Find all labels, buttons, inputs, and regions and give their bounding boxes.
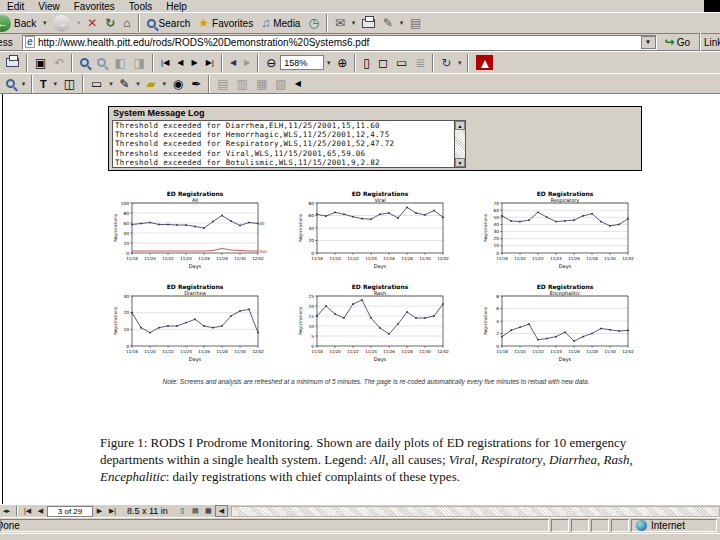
rotate-button[interactable]: ↻ (437, 53, 455, 73)
mail-dropdown[interactable]: ▾ (349, 13, 358, 33)
single-page-layout-button[interactable]: ▯ (176, 505, 189, 517)
actual-size-button[interactable]: ▯ (359, 53, 374, 73)
highlighter-tool-button[interactable]: ▰ (142, 74, 159, 94)
menu-edit[interactable]: Edit (0, 1, 31, 12)
print-button[interactable] (358, 13, 379, 33)
links-label[interactable]: Links (704, 37, 720, 48)
address-dropdown[interactable]: ▾ (641, 36, 656, 49)
menu-help[interactable]: Help (159, 1, 194, 12)
last-page-button[interactable]: ▶| (202, 53, 218, 73)
favorites-button[interactable]: ★ Favorites (194, 13, 257, 33)
reflow-button[interactable]: ≣ (411, 53, 429, 73)
toolbar-separator (16, 506, 18, 516)
status-prev-page-button[interactable]: ◀ (34, 505, 47, 517)
page-indicator[interactable]: 3 of 29 (47, 506, 93, 517)
note-tool-dropdown[interactable]: ▾ (106, 74, 115, 94)
svg-text:70: 70 (494, 201, 500, 206)
previous-view-button[interactable]: ◀ (226, 53, 240, 73)
home-button[interactable]: ⌂ (119, 13, 134, 33)
zoom-out-button[interactable]: ⊖ (262, 53, 280, 73)
status-cell (591, 519, 609, 532)
go-button[interactable]: ↪ Go (659, 32, 696, 52)
prev-page-button[interactable]: ◀ (173, 53, 187, 73)
edit-dropdown[interactable]: ▾ (397, 13, 406, 33)
svg-text:11/22: 11/22 (162, 349, 174, 354)
text-select-dropdown[interactable]: ▾ (51, 74, 60, 94)
page-icon (25, 36, 35, 48)
bookmarks-panel-button[interactable]: ▤ (213, 74, 232, 94)
stop-button[interactable]: ✕ (83, 13, 101, 33)
edit-button[interactable]: ✎ (379, 13, 397, 33)
svg-text:11/22: 11/22 (347, 256, 359, 261)
collapse-toolbar-button[interactable]: ◀ (291, 74, 305, 94)
splitter-button[interactable]: ◂▸ (0, 505, 13, 517)
pdf-snapshot-button[interactable]: ▣ (31, 53, 50, 73)
status-last-page-button[interactable]: ▶| (106, 505, 119, 517)
menu-favorites[interactable]: Favorites (67, 1, 122, 12)
bookmarks-panel-icon: ▤ (217, 78, 228, 90)
text-select-button[interactable]: T (36, 74, 51, 94)
discuss-button[interactable]: ▤ (406, 13, 425, 33)
forward-dropdown[interactable]: ▾ (74, 13, 83, 33)
horizontal-scrollbar[interactable] (231, 506, 720, 517)
back-button[interactable]: ← Back (0, 13, 40, 33)
figure-caption: Figure 1: RODS I Prodrome Monitoring. Sh… (100, 434, 640, 485)
toolbar-separator (467, 54, 469, 72)
pdf-undo-button[interactable]: ↶ (50, 53, 68, 73)
facing-layout-button[interactable]: ▦ (202, 505, 215, 517)
svg-text:Days: Days (374, 263, 387, 270)
pdf-next-highlight-button[interactable]: ◨ (130, 53, 149, 73)
edit-icon: ✎ (383, 17, 393, 29)
zoom-tool-button[interactable] (2, 74, 19, 94)
comments-panel-button[interactable]: ▦ (252, 74, 271, 94)
snapshot-tool-button[interactable]: ◫ (60, 74, 79, 94)
next-view-button[interactable]: ▶ (240, 53, 254, 73)
acrobat-logo-button[interactable] (472, 53, 497, 73)
svg-text:Days: Days (559, 356, 572, 363)
status-next-page-button[interactable]: ▶ (93, 505, 106, 517)
next-page-button[interactable]: ▶ (187, 53, 201, 73)
status-text: Done (1, 520, 20, 531)
address-field[interactable]: http://www.health.pitt.edu/rods/RODS%20D… (22, 35, 657, 50)
fit-page-button[interactable]: ◻ (374, 53, 392, 73)
stop-icon: ✕ (87, 17, 97, 29)
pdf-find-again-button[interactable] (93, 53, 110, 73)
svg-text:11/24: 11/24 (180, 256, 192, 261)
back-dropdown[interactable]: ▾ (40, 13, 49, 33)
pencil-tool-button[interactable]: ✎ (115, 74, 133, 94)
forward-button[interactable]: → (49, 13, 74, 33)
zoom-dropdown[interactable]: ▾ (324, 53, 333, 73)
chart-all: ED RegistrationsAll02040608010011/1811/2… (112, 190, 267, 270)
fit-width-button[interactable]: ▭ (392, 53, 411, 73)
first-page-button[interactable]: |◀ (157, 53, 173, 73)
history-button[interactable]: ◷ (304, 13, 322, 33)
zoom-in-button[interactable]: ⊕ (333, 53, 351, 73)
media-button[interactable]: ♫ Media (257, 13, 304, 33)
note-tool-button[interactable]: ▭ (87, 74, 106, 94)
signature-tool-button[interactable]: ✒ (187, 74, 205, 94)
continuous-layout-button[interactable]: ▤ (189, 505, 202, 517)
refresh-button[interactable]: ↻ (101, 13, 119, 33)
menu-view[interactable]: View (31, 1, 67, 12)
zoom-tool-dropdown[interactable]: ▾ (19, 74, 28, 94)
pdf-print-button[interactable] (2, 53, 23, 73)
stamp-tool-button[interactable]: ◉ (169, 74, 187, 94)
rotate-dropdown[interactable]: ▾ (455, 53, 464, 73)
zoom-level-combo[interactable]: 158% (280, 55, 324, 70)
svg-text:Alert: Alert (260, 249, 268, 254)
address-url[interactable]: http://www.health.pitt.edu/rods/RODS%20D… (38, 37, 638, 48)
thumbnails-panel-button[interactable]: ▥ (233, 74, 252, 94)
status-first-page-button[interactable]: |◀ (21, 505, 34, 517)
menu-tools[interactable]: Tools (122, 1, 159, 12)
pdf-prev-highlight-button[interactable]: ◧ (110, 53, 129, 73)
svg-text:40: 40 (494, 222, 500, 227)
svg-text:11/20: 11/20 (514, 256, 526, 261)
pdf-find-button[interactable] (76, 53, 93, 73)
hscroll-left-button[interactable]: ◀ (215, 505, 228, 517)
go-label: Go (677, 37, 690, 48)
highlighter-dropdown[interactable]: ▾ (160, 74, 169, 94)
mail-button[interactable]: ✉ (331, 13, 349, 33)
search-button[interactable]: Search (143, 13, 195, 33)
pencil-tool-dropdown[interactable]: ▾ (133, 74, 142, 94)
signatures-panel-button[interactable]: ▧ (271, 74, 290, 94)
